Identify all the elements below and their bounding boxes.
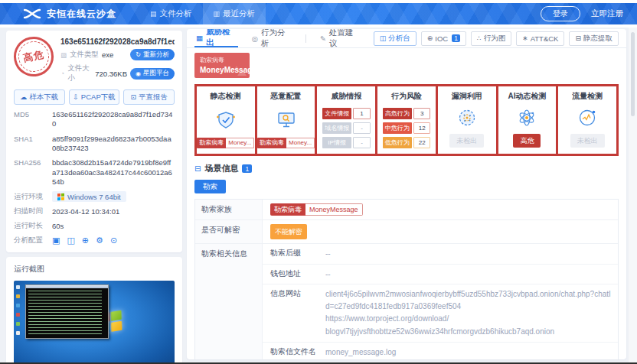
run-screenshot-label: 运行截图 [14,264,175,275]
login-button[interactable]: 登录 [541,6,580,21]
behavior-graph-icon: ∴ [477,34,482,42]
scan-time-row: 扫描时间 2023-04-12 10:34:01 [14,206,175,216]
atom-icon [517,108,537,128]
card-ai-detection: AI动态检测 高危 [498,86,559,154]
config-label: 分析配置 [14,236,46,245]
scrollbar-thumb[interactable] [631,32,635,116]
info-website-label: 信息网站 [263,284,324,342]
env-row: 运行环境 Windows 7 64bit [14,191,175,202]
ioc-icon: ⊕ [427,34,433,42]
cloud-download-icon: ☁ [20,93,27,101]
card-malicious-config: 恶意配置 勒索病毒 Money... [257,86,318,154]
sha256-value: bbdac308d2b15a4724de7919bf8e9ffa713dea60… [52,158,175,187]
sample-download-button[interactable]: ☁ 样本下载 [14,89,65,105]
ioc-count-badge: 1 [452,34,460,42]
ransom-suffix-value: -- [324,244,618,264]
file-size-label: 文件大小 [67,63,92,83]
static-extract-icon: ⊟ [575,34,581,42]
nav-item-recent-analysis[interactable]: ▥ 最近分析 [203,3,266,24]
info-website-value: client4j6o5pilwvm2mwosianfwoqierbybff5uz… [324,284,618,342]
main-panel: ▦ 威胁检出 ◎ 行为分析 ✎ 处置建议 ◫ 分析台 [187,29,626,359]
nav-items: ▤ 文件分析 ▥ 最近分析 [139,3,266,24]
file-summary-header: 高危 163e651162f292028ca9a8d7f1ed73... ▨ 文… [14,37,175,83]
high-risk-behavior-row: 高危行为 3 [383,108,431,119]
behavior-graph-button[interactable]: ∴ 行为图 [471,31,511,46]
malicious-config-badge: 勒索病毒 Money... [257,138,315,148]
windows-logo-icon [57,193,64,201]
attack-button[interactable]: ∗ ATT&CK [516,31,564,46]
ransom-family-row: 勒索家族 勒索病毒 MoneyMessage [195,200,618,220]
analysis-config-icons: ▣ ◫ ⊕ ⚙ ⊙ [52,236,117,245]
ioc-button[interactable]: ⊕ IOC 1 [421,31,466,46]
run-screenshot-card: 运行截图 [6,257,182,364]
duration-value: 60s [52,222,64,230]
risk-stamp-text: 高危 [21,47,45,65]
reanalyze-button[interactable]: ↻ 重新分析 [130,49,175,60]
attack-matrix-icon: ∗ [522,34,528,42]
analysis-board-icon: ◫ [380,34,387,42]
detection-summary-grid: 静态检测 勒索病毒 Money... 恶意配置 [194,84,619,156]
tab-threat-detection[interactable]: ▦ 威胁检出 [194,29,238,47]
ransom-suffix-label: 勒索后缀 [263,244,324,264]
config-screenshot-icon: ◫ [67,236,74,245]
file-size-row: ◔ 文件大小 720.36KB ◉ 星图平台 [60,63,175,83]
ransom-related-label: 勒索相关信息 [195,244,263,359]
scan-time-label: 扫描时间 [14,206,46,216]
file-type-label: 文件类型 [70,50,99,60]
file-type-row: ▨ 文件类型 exe ↻ 重新分析 [60,49,175,60]
md5-value: 163e651162f292028ca9a8d7f1ed7340 [52,110,175,129]
tab-separator [305,34,306,43]
tab-disposal-advice[interactable]: ✎ 处置建议 [318,29,361,47]
file-name: 163e651162f292028ca9a8d7f1ed73... [60,37,175,46]
starmap-button[interactable]: ◉ 星图平台 [130,68,175,80]
ransom-family-label: 勒索家族 [195,200,263,219]
toolbar: ◫ 分析台 ⊕ IOC 1 ∴ 行为图 ∗ ATT&CK [374,31,619,46]
scene-info-header: ⊟ 场景信息 1 [194,163,619,174]
duration-row: 运行时长 60s [14,221,175,231]
traffic-pulse-icon [577,108,597,128]
sha256-row: SHA256 bbdac308d2b15a4724de7919bf8e9ffa7… [14,158,175,187]
scene-info-table: 勒索家族 勒索病毒 MoneyMessage 是否可解密 不能解密 [194,199,619,359]
duration-label: 运行时长 [14,221,46,231]
behavior-analysis-icon: ◎ [252,34,258,43]
disposal-advice-icon: ✎ [320,34,326,43]
md5-row: MD5 163e651162f292028ca9a8d7f1ed7340 [14,110,175,129]
note-filename-value: money_message.log [324,343,618,359]
desktop-icons [16,285,20,335]
config-user-icon: ⊙ [110,236,117,245]
file-summary-card: 高危 163e651162f292028ca9a8d7f1ed73... ▨ 文… [6,31,182,252]
config-settings-icon: ⚙ [96,236,103,245]
report-button[interactable]: ⊡ 平直报告 [123,89,175,105]
static-extract-button[interactable]: ⊟ 静态提取 [569,31,619,46]
config-row: 分析配置 ▣ ◫ ⊕ ⚙ ⊙ [14,236,175,245]
threat-detection-icon: ▦ [196,34,203,42]
decryptable-badge: 不能解密 [270,224,307,239]
note-filename-row: 勒索信文件名 money_message.log [263,343,618,359]
monitor-search-icon [276,110,296,130]
brand-title: 安恒在线云沙盒 [47,8,116,21]
sha256-label: SHA256 [14,158,46,187]
ransom-tag[interactable]: 勒索 [194,180,226,193]
ransomware-banner: 勒索病毒 MoneyMessage [194,53,250,78]
traffic-status-badge: 未检出 [570,134,605,148]
config-env-icon: ▣ [52,236,60,245]
sandbox-page: 安恒在线云沙盒 ▤ 文件分析 ▥ 最近分析 登录 立即注册 [0,0,637,364]
top-navbar: 安恒在线云沙盒 ▤ 文件分析 ▥ 最近分析 登录 立即注册 [0,3,637,24]
onion-chat-url: client4j6o5pilwvm2mwosianfwoqierbybff5uz… [325,288,612,312]
starmap-icon: ◉ [136,70,141,77]
ip-intel-row: IP情报 - [322,137,371,148]
scan-time-value: 2023-04-12 10:34:01 [52,207,119,216]
vm-screenshot-thumbnail[interactable] [14,281,175,364]
analysis-board-button[interactable]: ◫ 分析台 [374,31,416,46]
nav-item-label: 最近分析 [223,8,255,19]
exploit-status-badge: 未检出 [449,134,484,148]
pcap-download-button[interactable]: ⇩ PCAP下载 [69,89,120,105]
nav-item-file-analysis[interactable]: ▤ 文件分析 [139,3,203,24]
md5-label: MD5 [14,110,46,129]
register-link[interactable]: 立即注册 [591,8,623,19]
sha1-row: SHA1 a85ff9091f299ea2d6823a7b0053daa08b2… [14,135,175,154]
console-window [25,284,109,339]
wallet-address-label: 钱包地址 [263,265,324,284]
domain-intel-row: 域名情报 - [322,122,371,134]
tab-behavior-analysis[interactable]: ◎ 行为分析 [250,29,293,47]
